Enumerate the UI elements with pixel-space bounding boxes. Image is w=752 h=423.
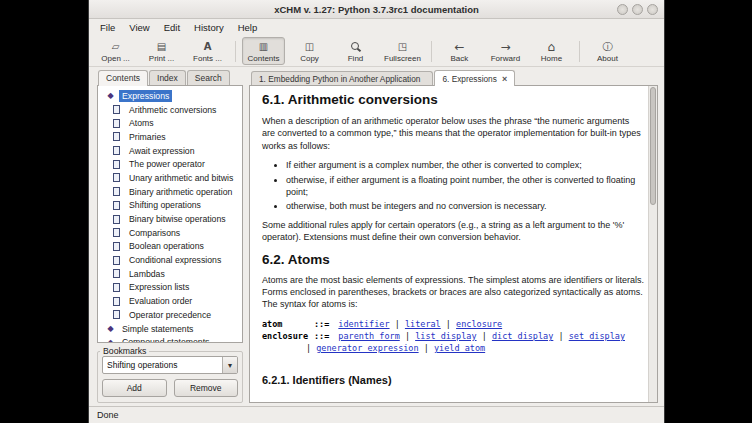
tree-item[interactable]: Lambdas: [98, 267, 242, 281]
tree-item[interactable]: Evaluation order: [98, 294, 242, 308]
tree-item-label: The power operator: [126, 158, 208, 170]
tree-item[interactable]: Atoms: [98, 116, 242, 130]
sidebar-tab[interactable]: Search: [187, 70, 230, 86]
grammar-line-enclosure: enclosure::=parenth_form | list_display …: [262, 330, 644, 342]
page-icon: [113, 242, 120, 251]
page-icon: [113, 201, 120, 210]
tree-item[interactable]: Conditional expressions: [98, 253, 242, 267]
sidebar-tab[interactable]: Contents: [98, 70, 148, 86]
tree-item[interactable]: Binary arithmetic operation: [98, 185, 242, 199]
tree-item-label: Lambdas: [126, 268, 168, 280]
sidebar-tab[interactable]: Index: [149, 70, 186, 86]
document-page: 6.1. Arithmetic conversions When a descr…: [249, 85, 658, 403]
toolbar-button[interactable]: Open ...: [94, 37, 137, 65]
toolbar-button[interactable]: Find: [334, 37, 377, 65]
main-area: ContentsIndexSearch Expressions Arithmet…: [89, 67, 664, 406]
copy-icon: [303, 41, 317, 53]
chevron-down-icon[interactable]: [222, 357, 237, 373]
grammar-separator: |: [419, 343, 434, 353]
toolbar-button[interactable]: Forward: [484, 37, 527, 65]
tree-item-label: Conditional expressions: [126, 254, 224, 266]
window-title: xCHM v. 1.27: Python 3.7.3rc1 documentat…: [274, 4, 479, 15]
section-heading-6-2-1: 6.2.1. Identifiers (Names): [262, 374, 644, 386]
page-icon: [113, 269, 120, 278]
tree-item[interactable]: Await expression: [98, 144, 242, 158]
page-icon: [113, 297, 120, 306]
grammar-name: atom: [262, 318, 314, 330]
scrollbar-thumb[interactable]: [650, 87, 656, 205]
toolbar-button[interactable]: About: [586, 37, 629, 65]
grammar-link-enclosure[interactable]: enclosure: [456, 319, 502, 329]
find-icon: [349, 41, 363, 53]
toolbar-button[interactable]: Print ...: [140, 37, 183, 65]
tree-item-label: Binary arithmetic operation: [126, 186, 235, 198]
tree-item[interactable]: Compound statements: [98, 335, 242, 343]
menu-item[interactable]: File: [93, 20, 122, 35]
tree-item[interactable]: The power operator: [98, 157, 242, 171]
tree-item[interactable]: Comparisons: [98, 226, 242, 240]
tree-item[interactable]: Shifting operations: [98, 199, 242, 213]
paragraph-additional-rules: Some additional rules apply for certain …: [262, 219, 644, 244]
toolbar-button[interactable]: [431, 41, 432, 62]
toolbar-button[interactable]: [235, 41, 236, 62]
toolbar-button[interactable]: Contents: [242, 37, 285, 65]
titlebar[interactable]: xCHM v. 1.27: Python 3.7.3rc1 documentat…: [89, 0, 664, 19]
bookmark-combobox[interactable]: Shifting operations: [102, 356, 238, 374]
toolbar-button[interactable]: Home: [530, 37, 573, 65]
toolbar-button[interactable]: [579, 41, 580, 62]
minimize-button[interactable]: [617, 4, 628, 15]
tree-item[interactable]: Arithmetic conversions: [98, 103, 242, 117]
menu-item[interactable]: View: [122, 20, 156, 35]
toolbar-button-label: Find: [348, 54, 364, 63]
maximize-button[interactable]: [632, 4, 643, 15]
content-scrollbar[interactable]: [648, 86, 657, 402]
toolbar-button[interactable]: Fullscreen: [380, 37, 425, 65]
menu-item[interactable]: Help: [231, 20, 265, 35]
xchm-window: xCHM v. 1.27: Python 3.7.3rc1 documentat…: [88, 0, 665, 423]
toolbar-button[interactable]: Copy: [288, 37, 331, 65]
tab-close-icon[interactable]: ×: [502, 74, 507, 84]
grammar-link-yield-atom[interactable]: yield_atom: [434, 343, 485, 353]
grammar-link-identifier[interactable]: identifier: [338, 319, 389, 329]
toolbar-button-label: About: [597, 54, 618, 63]
close-button[interactable]: [647, 4, 658, 15]
content-tab[interactable]: 1. Embedding Python in Another Applicati…: [251, 71, 433, 86]
tree-item[interactable]: Operator precedence: [98, 308, 242, 322]
tree-item-label: Evaluation order: [126, 295, 195, 307]
section-heading-6-2: 6.2. Atoms: [262, 252, 644, 267]
grammar-link-dict-display[interactable]: dict_display: [492, 331, 553, 341]
tree-item-label: Primaries: [126, 131, 169, 143]
grammar-link-list-display[interactable]: list_display: [415, 331, 476, 341]
window-controls: [617, 4, 658, 15]
content-tab[interactable]: 6. Expressions ×: [434, 70, 515, 86]
menu-item[interactable]: Edit: [157, 20, 187, 35]
content-tabs: 1. Embedding Python in Another Applicati…: [249, 70, 658, 86]
tree-item-label: Binary bitwise operations: [126, 213, 229, 225]
bookmark-buttons: Add Remove: [102, 379, 238, 397]
toolbar-button[interactable]: Back: [438, 37, 481, 65]
sidebar: ContentsIndexSearch Expressions Arithmet…: [97, 70, 243, 403]
tree-item[interactable]: Simple statements: [98, 322, 242, 336]
grammar-separator: |: [477, 331, 492, 341]
tree-item[interactable]: Boolean operations: [98, 240, 242, 254]
fonts-icon: [201, 41, 215, 53]
page-icon: [113, 146, 120, 155]
grammar-link-literal[interactable]: literal: [405, 319, 441, 329]
grammar-operator: ::=: [314, 319, 329, 329]
grammar-block: atom::=identifier | literal | enclosure …: [262, 318, 644, 354]
tree-item[interactable]: Expressions: [98, 89, 242, 103]
tree-item-label: Operator precedence: [126, 309, 214, 321]
add-bookmark-button[interactable]: Add: [102, 379, 167, 397]
grammar-link-set-display[interactable]: set_display: [569, 331, 625, 341]
tree-item[interactable]: Primaries: [98, 130, 242, 144]
toolbar-button[interactable]: Fonts ...: [186, 37, 229, 65]
tree-item-label: Expression lists: [126, 281, 192, 293]
menu-item[interactable]: History: [187, 20, 231, 35]
remove-bookmark-button[interactable]: Remove: [174, 379, 239, 397]
grammar-link-generator-expression[interactable]: generator_expression: [316, 343, 418, 353]
tree-item-label: Simple statements: [119, 323, 196, 335]
tree-item[interactable]: Expression lists: [98, 281, 242, 295]
tree-item[interactable]: Binary bitwise operations: [98, 212, 242, 226]
grammar-link-parenth-form[interactable]: parenth_form: [338, 331, 399, 341]
tree-item[interactable]: Unary arithmetic and bitwis: [98, 171, 242, 185]
